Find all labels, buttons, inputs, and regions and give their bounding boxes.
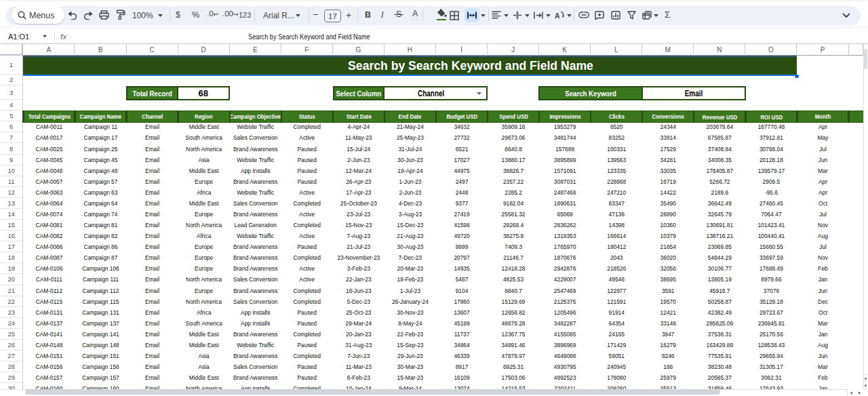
svg-text:A: A xyxy=(555,12,560,20)
